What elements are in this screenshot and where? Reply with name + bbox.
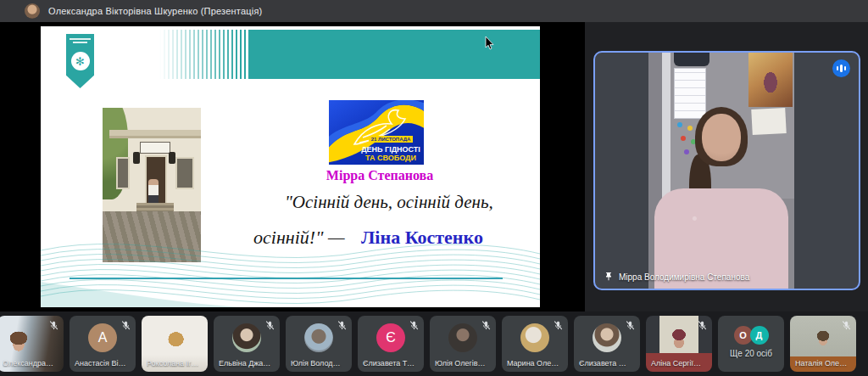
participant-tile[interactable]: ОДЩе 20 осіб <box>718 316 784 372</box>
presenter-name: Олександра Вікторівна Шкуренко (Презента… <box>48 6 262 16</box>
participant-name: Марина Олекс... <box>507 359 559 368</box>
participant-tile[interactable]: Роксолана Ігор... <box>142 316 208 372</box>
mic-off-icon <box>553 320 564 331</box>
wave-decoration <box>41 235 540 307</box>
participant-name: Ельвіна Джава... <box>219 359 271 368</box>
badge-title-1: ДЕНЬ ГІДНОСТІ <box>361 145 420 154</box>
participant-tile[interactable]: Олександра Ві... <box>0 316 64 372</box>
avatar: Є <box>376 323 405 352</box>
pinned-video-tile[interactable]: Мірра Володимирівна Степанова <box>593 51 860 290</box>
mic-off-icon <box>697 320 708 331</box>
banner-teal-band <box>248 30 540 79</box>
meeting-window: Олександра Вікторівна Шкуренко (Презента… <box>0 0 868 376</box>
speaker-face <box>702 114 741 161</box>
avatar: Д <box>750 326 769 345</box>
participant-tile[interactable]: ААнастасія Віта... <box>70 316 136 372</box>
presenter-avatar <box>25 3 40 19</box>
pin-icon <box>604 272 614 282</box>
participant-tile[interactable]: ЄЄлизавета Тим... <box>358 316 424 372</box>
mic-off-icon <box>409 320 420 331</box>
mic-off-icon <box>120 320 131 331</box>
mouse-cursor <box>485 36 494 50</box>
banner-stripe-decoration <box>159 30 249 79</box>
mic-off-icon <box>264 320 275 331</box>
participant-name: Аліна Сергіївн... <box>651 359 704 368</box>
participant-tile[interactable]: Юлія Володим... <box>286 316 352 372</box>
picture-on-wall <box>748 53 793 107</box>
logo-flower-icon: ✻ <box>71 52 90 70</box>
screen-share-area: ✻ <box>0 22 585 311</box>
participant-name: Роксолана Ігор... <box>147 359 199 368</box>
participant-tile[interactable]: Єлизавета Ме... <box>574 316 640 372</box>
audio-active-icon <box>832 59 850 77</box>
student-name: Мірра Степанова <box>253 168 507 183</box>
participant-name: Єлизавета Ме... <box>579 359 632 368</box>
participant-name: Юлія Олегівна ... <box>435 359 487 368</box>
avatar <box>232 323 261 352</box>
participant-tile[interactable]: Наталія Олегів... <box>790 316 856 372</box>
top-bar: Олександра Вікторівна Шкуренко (Презента… <box>0 0 868 22</box>
calendar-on-wall <box>674 68 706 119</box>
participant-tile[interactable]: Ельвіна Джава... <box>214 316 280 372</box>
participant-name: Анастасія Віта... <box>75 359 127 368</box>
participant-tile[interactable]: Аліна Сергіївн... <box>646 316 712 372</box>
mic-off-icon <box>625 320 636 331</box>
badge-date: 21 ЛИСТОПАДА <box>369 136 414 143</box>
avatar <box>448 323 477 352</box>
participant-name: Ще 20 осіб <box>718 349 784 358</box>
quote-line-1: "Осінній день, осінній день, <box>285 192 493 213</box>
participant-name: Олександра Ві... <box>3 359 55 368</box>
presentation-slide: ✻ <box>41 26 540 307</box>
mic-off-icon <box>841 320 852 331</box>
overflow-avatars: ОД <box>718 326 784 345</box>
participant-name: Єлизавета Тим... <box>363 359 415 368</box>
participant-name: Наталія Олегів... <box>795 359 848 368</box>
avatar <box>520 323 549 352</box>
speaker-video <box>648 53 794 289</box>
pinned-participant-name: Мірра Володимирівна Степанова <box>619 272 749 282</box>
mic-off-icon <box>337 320 348 331</box>
avatar: А <box>88 323 117 352</box>
school-logo: ✻ <box>66 34 94 88</box>
holiday-badge: 21 ЛИСТОПАДА ДЕНЬ ГІДНОСТІ ТА СВОБОДИ <box>329 100 424 165</box>
participant-strip: Олександра Ві...ААнастасія Віта...Роксол… <box>0 311 868 376</box>
participant-tile[interactable]: Марина Олекс... <box>502 316 568 372</box>
mic-off-icon <box>48 320 59 331</box>
participant-tile[interactable]: Юлія Олегівна ... <box>430 316 496 372</box>
mic-off-icon <box>481 320 492 331</box>
participant-name: Юлія Володим... <box>291 359 343 368</box>
badge-title-2: ТА СВОБОДИ <box>361 154 420 162</box>
avatar <box>593 323 621 352</box>
avatar <box>304 323 333 352</box>
